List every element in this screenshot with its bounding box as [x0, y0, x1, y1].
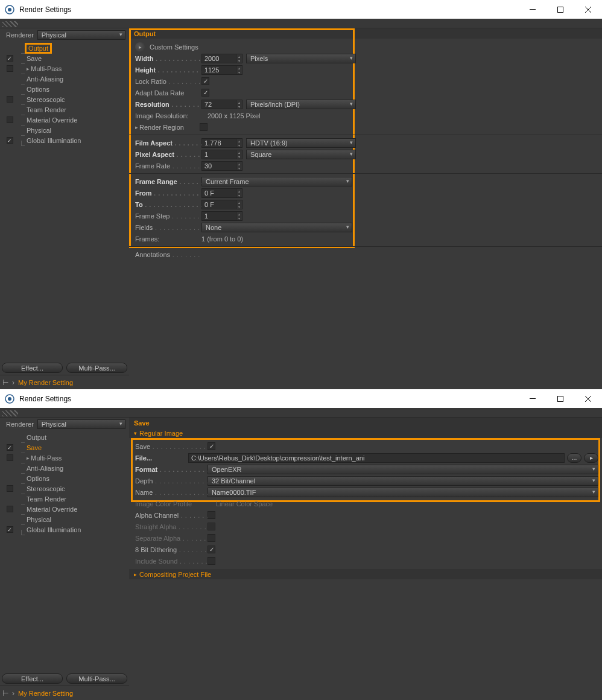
tree-checkbox[interactable] [4, 116, 16, 123]
tree-item-stereoscopic[interactable]: Stereoscopic [0, 94, 129, 104]
tree-label: Global Illumination [27, 526, 81, 533]
titlebar[interactable]: Render Settings [0, 0, 602, 19]
effect-button[interactable]: Effect... [2, 673, 63, 684]
save-checkbox[interactable] [208, 442, 215, 450]
tree-item-team-render[interactable]: Team Render [0, 104, 129, 115]
height-spinner[interactable]: ▴▾ [236, 65, 242, 75]
tree-item-material-override[interactable]: Material Override [0, 504, 129, 514]
renderer-dropdown[interactable]: Physical [37, 419, 125, 429]
minimize-button[interactable] [519, 0, 547, 19]
resolution-units-dropdown[interactable]: Pixels/Inch (DPI) [246, 100, 356, 109]
framerange-dropdown[interactable]: Current Frame [201, 177, 352, 186]
width-units-dropdown[interactable]: Pixels [246, 54, 356, 63]
alpha-checkbox[interactable] [208, 511, 215, 519]
content-panel: Save ▾ Regular Image Save File... ... ▸ [129, 418, 602, 700]
framerate-spinner[interactable]: ▴▾ [236, 161, 242, 171]
preset-branch-icon: › [12, 378, 14, 387]
tree-checkbox[interactable] [4, 454, 16, 461]
expand-icon[interactable]: ▸ [27, 66, 30, 72]
renderer-dropdown[interactable]: Physical [37, 30, 125, 40]
from-spinner[interactable]: ▴▾ [236, 188, 242, 198]
tree-item-physical[interactable]: Physical [0, 514, 129, 524]
tree-item-physical[interactable]: Physical [0, 125, 129, 135]
framestep-spinner[interactable]: ▴▾ [236, 211, 242, 221]
tree-item-anti-aliasing[interactable]: Anti-Aliasing [0, 74, 129, 84]
pixelaspect-input[interactable] [201, 150, 236, 159]
menubar [0, 408, 602, 418]
tree-item-multi-pass[interactable]: ▸Multi-Pass [0, 453, 129, 463]
tree-item-global-illumination[interactable]: Global Illumination [0, 524, 129, 535]
svg-rect-2 [530, 9, 536, 10]
pixelaspect-spinner[interactable]: ▴▾ [236, 150, 242, 159]
tree-item-global-illumination[interactable]: Global Illumination [0, 135, 129, 145]
resolution-input[interactable] [201, 100, 236, 109]
compositing-section[interactable]: ▸ Compositing Project File [129, 569, 602, 579]
imageresolution-value: 2000 x 1125 Pixel [208, 112, 260, 119]
lockratio-checkbox[interactable] [201, 77, 209, 85]
filmaspect-spinner[interactable]: ▴▾ [236, 138, 242, 148]
resolution-spinner[interactable]: ▴▾ [236, 100, 242, 109]
fields-dropdown[interactable]: None [201, 223, 352, 232]
tree-checkbox[interactable] [4, 485, 16, 492]
from-input[interactable] [201, 188, 236, 198]
tree-item-output[interactable]: Output [0, 43, 129, 53]
tree-item-stereoscopic[interactable]: Stereoscopic [0, 483, 129, 494]
tree-item-anti-aliasing[interactable]: Anti-Aliasing [0, 463, 129, 473]
tree-checkbox[interactable] [4, 65, 16, 72]
custom-settings-label: Custom Settings [150, 43, 198, 51]
tree-checkbox[interactable] [4, 526, 16, 533]
framestep-input[interactable] [201, 211, 236, 221]
file-browse-button[interactable]: ... [567, 453, 581, 463]
multipass-button[interactable]: Multi-Pass... [66, 363, 127, 373]
titlebar[interactable]: Render Settings [0, 389, 602, 408]
maximize-button[interactable] [547, 0, 574, 19]
regular-image-section[interactable]: ▾ Regular Image [129, 428, 602, 438]
preset-arrow-icon[interactable]: ▸ [135, 42, 145, 52]
file-path-input[interactable] [188, 453, 565, 463]
tree-item-material-override[interactable]: Material Override [0, 115, 129, 125]
sidebar: Renderer Physical OutputSave▸Multi-PassA… [0, 418, 129, 700]
tree-item-output[interactable]: Output [0, 432, 129, 442]
tree-label: Anti-Aliasing [27, 465, 63, 472]
tree-item-save[interactable]: Save [0, 442, 129, 453]
framerate-input[interactable] [201, 161, 236, 171]
tree-item-options[interactable]: Options [0, 473, 129, 483]
minimize-button[interactable] [519, 389, 547, 408]
width-input[interactable] [201, 54, 236, 63]
width-spinner[interactable]: ▴▾ [236, 54, 242, 63]
tree-checkbox[interactable] [4, 96, 16, 103]
tree-label: Physical [27, 516, 51, 523]
expand-icon[interactable]: ▸ [27, 455, 30, 461]
tree-checkbox[interactable] [4, 506, 16, 512]
tree-item-team-render[interactable]: Team Render [0, 494, 129, 504]
tree-checkbox[interactable] [4, 137, 16, 144]
dither-checkbox[interactable] [208, 546, 215, 553]
tree-item-options[interactable]: Options [0, 84, 129, 94]
tree-item-save[interactable]: Save [0, 53, 129, 63]
depth-dropdown[interactable]: 32 Bit/Channel [208, 476, 598, 486]
name-label: Name [135, 489, 208, 496]
file-open-button[interactable]: ▸ [584, 453, 598, 463]
multipass-button[interactable]: Multi-Pass... [66, 673, 127, 684]
tree-label: Team Render [27, 106, 66, 113]
preset-footer[interactable]: ⊢ › My Render Setting [0, 686, 129, 700]
to-spinner[interactable]: ▴▾ [236, 200, 242, 209]
to-input[interactable] [201, 200, 236, 209]
close-button[interactable] [574, 0, 602, 19]
maximize-button[interactable] [547, 389, 574, 408]
format-dropdown[interactable]: OpenEXR [208, 465, 598, 474]
filmaspect-input[interactable] [201, 138, 236, 148]
adapt-checkbox[interactable] [201, 89, 209, 97]
renderregion-expand-icon[interactable]: ▸ [135, 124, 138, 130]
preset-footer[interactable]: ⊢ › My Render Setting [0, 375, 129, 389]
close-button[interactable] [574, 389, 602, 408]
filmaspect-dropdown[interactable]: HDTV (16:9) [246, 138, 356, 148]
height-input[interactable] [201, 65, 236, 75]
tree-checkbox[interactable] [4, 55, 16, 62]
renderregion-checkbox[interactable] [200, 123, 208, 131]
tree-item-multi-pass[interactable]: ▸Multi-Pass [0, 63, 129, 74]
effect-button[interactable]: Effect... [2, 363, 63, 373]
name-dropdown[interactable]: Name0000.TIF [208, 488, 598, 497]
tree-checkbox[interactable] [4, 444, 16, 451]
pixelaspect-dropdown[interactable]: Square [246, 150, 356, 159]
